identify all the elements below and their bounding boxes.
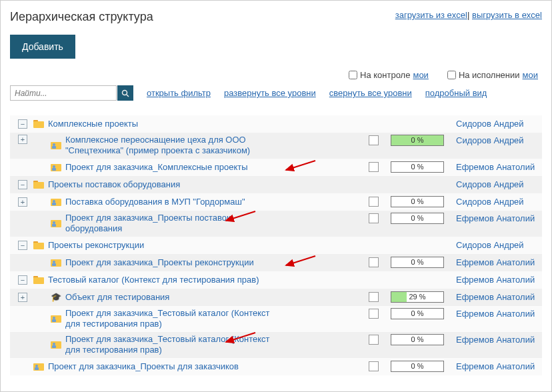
row-checkbox[interactable] [369,135,379,145]
owner-link[interactable]: Ефремов Анатолий [456,257,539,267]
folder-icon [33,179,45,190]
svg-point-36 [35,365,38,367]
on-exec-label: На исполнении [459,70,520,80]
progress-bar: 0 % [391,213,444,224]
row-checkbox[interactable] [369,361,379,371]
tree-node-label[interactable]: Проекты поставок оборудования [48,179,180,189]
tree-node-label[interactable]: Тестовый каталог (Контекст для тестирова… [48,275,259,285]
row-checkbox[interactable] [369,197,379,207]
person-folder-icon [50,197,62,207]
hat-icon: 🎓 [50,292,62,303]
row-checkbox[interactable] [369,292,379,302]
on-control-checkbox[interactable] [349,71,357,79]
person-folder-icon [50,257,62,268]
progress-bar: 0 % [391,196,444,207]
svg-point-17 [53,221,55,224]
svg-rect-30 [52,319,56,322]
person-folder-icon [50,339,62,350]
tree-node-label[interactable]: Поставка оборудования в МУП "Гордормаш" [65,197,245,207]
svg-line-1 [127,95,129,97]
owner-link[interactable]: Сидоров Андрей [456,119,539,129]
expand-toggle[interactable]: + [18,197,27,207]
svg-line-10 [286,161,315,170]
search-icon [121,89,129,97]
progress-bar: 0 % [391,161,444,173]
collapse-all-link[interactable]: свернуть все уровни [329,88,412,98]
expand-toggle[interactable]: + [18,135,27,144]
tree-node-label[interactable]: Комплексные проекты [48,119,138,129]
tree-node-label[interactable]: Проект для заказчика_Комплексные проекты [65,162,248,172]
row-checkbox[interactable] [369,213,379,223]
red-arrow-icon [283,159,317,171]
tree-row: Проект для заказчика_Тестовый каталог (К… [10,306,542,332]
owner-link[interactable]: Ефремов Анатолий [456,162,539,172]
person-folder-icon [50,162,62,173]
row-checkbox[interactable] [369,257,379,267]
person-folder-icon [50,218,62,229]
progress-bar: 0 % [391,135,444,146]
owner-link[interactable]: Ефремов Анатолий [456,292,539,302]
owner-link[interactable]: Ефремов Анатолий [456,275,539,285]
owner-link[interactable]: Ефремов Анатолий [456,361,539,371]
open-filter-link[interactable]: открыть фильтр [147,88,211,98]
tree-row: −Тестовый каталог (Контекст для тестиров… [10,271,542,289]
tree-row: Проект для заказчика_Проекты поставок об… [10,211,542,237]
expand-all-link[interactable]: развернуть все уровни [224,88,316,98]
expand-toggle[interactable]: + [18,293,27,302]
owner-link[interactable]: Ефремов Анатолий [456,335,539,345]
tree-node-label[interactable]: Проекты реконструкции [48,240,144,250]
collapse-toggle[interactable]: − [18,119,27,129]
row-checkbox[interactable] [369,335,379,345]
on-control-mine-link[interactable]: мои [413,70,428,80]
detailed-view-link[interactable]: подробный вид [425,88,487,98]
svg-rect-9 [52,168,56,171]
import-excel-link[interactable]: загрузить из excel [395,10,467,20]
svg-point-5 [53,143,55,146]
progress-bar: 0 % [391,361,444,372]
row-checkbox[interactable] [369,162,379,172]
progress-bar: 0 % [391,308,444,319]
owner-link[interactable]: Ефремов Анатолий [456,309,539,319]
tree-row: −Проекты поставок оборудованияСидоров Ан… [10,176,542,193]
filter-checkboxes: На контроле мои На исполнении мои [10,70,542,80]
svg-rect-6 [52,146,56,149]
tree-node-label[interactable]: Проект для заказчика_Проекты реконструкц… [65,257,254,267]
svg-point-29 [53,317,55,319]
svg-rect-12 [33,182,44,189]
svg-rect-3 [33,121,44,128]
svg-rect-21 [33,243,44,249]
export-excel-link[interactable]: выгрузить в excel [472,10,542,20]
tree-row: +Поставка оборудования в МУП "Гордормаш"… [10,193,542,211]
owner-link[interactable]: Сидоров Андрей [456,240,539,250]
search-input[interactable] [10,85,117,101]
page-title: Иерархическая структура [10,10,153,24]
tree-row: Проект для заказчика_Комплексные проекты… [10,159,542,176]
person-folder-icon [50,140,62,151]
tree-node-label[interactable]: Комплексное переоснащение цеха для ООО "… [65,135,285,156]
row-checkbox[interactable] [369,309,379,319]
collapse-toggle[interactable]: − [18,275,27,285]
owner-link[interactable]: Сидоров Андрей [456,197,539,207]
on-exec-checkbox[interactable] [447,71,456,79]
red-arrow-icon [283,255,317,267]
owner-link[interactable]: Ефремов Анатолий [456,213,539,223]
collapse-toggle[interactable]: − [18,180,27,189]
tree-node-label[interactable]: Проект для заказчика_Проекты для заказчи… [48,361,239,371]
svg-point-14 [53,200,55,203]
svg-rect-15 [52,203,56,205]
red-arrow-icon [223,210,257,222]
owner-link[interactable]: Сидоров Андрей [456,135,539,145]
search-button[interactable] [117,85,133,101]
tree-node-label[interactable]: Объект для тестирования [65,292,169,302]
tree-node-label[interactable]: Проект для заказчика_Тестовый каталог (К… [65,308,285,329]
add-button[interactable]: Добавить [10,35,75,59]
progress-bar: 0 % [391,334,444,345]
folder-icon [33,119,45,129]
person-folder-icon [33,361,45,372]
svg-rect-18 [52,224,56,227]
folder-icon [33,275,45,285]
tree-row: +🎓Объект для тестирования29 %Ефремов Ана… [10,289,542,306]
owner-link[interactable]: Сидоров Андрей [456,179,539,189]
collapse-toggle[interactable]: − [18,241,27,250]
on-exec-mine-link[interactable]: мои [523,70,538,80]
